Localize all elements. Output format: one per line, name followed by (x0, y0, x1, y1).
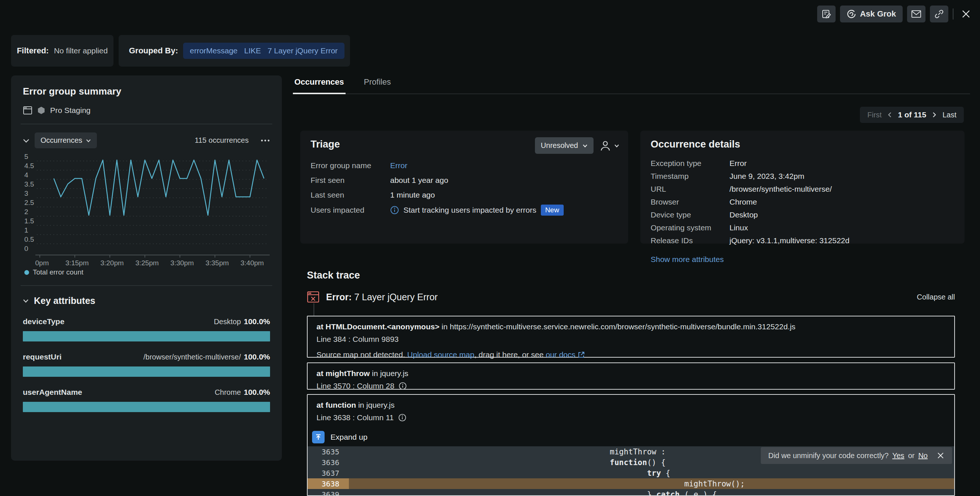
email-button[interactable] (907, 6, 926, 22)
row-value: June 9, 2023, 3:42pm (729, 172, 804, 181)
users-impacted-text[interactable]: Start tracking users impacted by errors (403, 206, 536, 214)
our-docs-link[interactable]: our docs (546, 350, 576, 359)
error-group-name-link[interactable]: Error (390, 161, 407, 170)
chart-legend[interactable]: Total error count (23, 268, 270, 276)
occurrences-chart[interactable]: 00.511.522.533.544.550pm3:15pm3:20pm3:25… (23, 152, 270, 267)
key-attributes-title: Key attributes (34, 295, 95, 306)
frame-line-column: Line 3638 : Column 11 (317, 413, 394, 422)
pill-operator: LIKE (244, 46, 261, 55)
attribute-value: Desktop (214, 317, 240, 326)
frame-location: in https://synthetic-multiverse.service.… (439, 322, 795, 331)
more-options-icon[interactable] (261, 139, 270, 142)
detail-row: Device type Desktop (651, 210, 954, 220)
key-attribute-item: requestUri /browser/synthetic-multiverse… (23, 352, 270, 377)
attribute-bar[interactable] (23, 331, 270, 341)
toolbar-divider (953, 8, 953, 19)
code-line-highlighted: 3638 mightThrow(); (308, 479, 954, 489)
link-icon (934, 9, 944, 19)
line-number: 3635 (308, 446, 349, 457)
assignee-dropdown[interactable] (600, 140, 619, 151)
triage-row: Users impacted Start tracking users impa… (310, 204, 618, 216)
error-label: Error: (326, 292, 352, 302)
row-value: Linux (729, 223, 748, 232)
row-label: URL (651, 185, 729, 193)
stack-frame-expanded[interactable]: at function in jquery.js Line 3638 : Col… (307, 394, 955, 496)
triage-row: First seen about 1 year ago (310, 175, 618, 185)
attribute-percent: 100.0% (244, 317, 270, 326)
unminify-yes-link[interactable]: Yes (892, 452, 904, 460)
permalink-button[interactable] (930, 6, 948, 22)
attribute-percent: 100.0% (244, 352, 270, 361)
svg-text:1.5: 1.5 (24, 217, 34, 225)
source-map-note-mid: , drag it here, or see (474, 350, 546, 359)
chevron-down-icon (582, 144, 588, 147)
collapse-all-link[interactable]: Collapse all (917, 293, 955, 301)
pagination-last[interactable]: Last (942, 111, 956, 119)
attribute-bar[interactable] (23, 402, 270, 412)
tab-occurrences[interactable]: Occurrences (293, 76, 345, 94)
occurrence-details-panel: Occurrence details Exception type Error … (640, 131, 964, 244)
svg-text:3:35pm: 3:35pm (205, 259, 229, 267)
status-dropdown[interactable]: Unresolved (535, 137, 593, 154)
expand-up-button[interactable]: Expand up (308, 428, 954, 446)
svg-text:3:15pm: 3:15pm (65, 259, 88, 267)
chevron-down-icon (86, 139, 91, 143)
banner-close-icon[interactable] (937, 452, 945, 460)
svg-text:0: 0 (24, 245, 29, 252)
pill-attribute: errorMessage (190, 46, 238, 55)
pagination-first[interactable]: First (867, 111, 881, 119)
info-icon[interactable] (399, 382, 407, 390)
metric-dropdown[interactable]: Occurrences (35, 133, 97, 148)
notes-button[interactable] (817, 6, 835, 22)
collapse-chevron-icon (23, 299, 29, 303)
attribute-bar[interactable] (23, 366, 270, 377)
attribute-value: Chrome (215, 388, 241, 397)
close-icon (961, 9, 971, 19)
row-label: Browser (651, 198, 729, 206)
grouped-by-card: Grouped By: errorMessage LIKE 7 Layer jQ… (119, 35, 350, 67)
code-snippet: 3635 mightThrow : 3636 function() { 3637 (308, 446, 954, 496)
svg-text:3.5: 3.5 (24, 180, 34, 188)
tab-profiles[interactable]: Profiles (363, 76, 392, 93)
info-icon[interactable] (398, 414, 406, 422)
browser-error-icon (307, 291, 320, 303)
stack-error-header[interactable]: Error: 7 Layer jQuery Error Collapse all (307, 291, 955, 303)
frame-line-column: Line 384 : Column 9893 (317, 335, 399, 344)
filtered-value: No filter applied (54, 46, 108, 55)
chevron-left-icon[interactable] (888, 112, 892, 118)
group-filter-pill[interactable]: errorMessage LIKE 7 Layer jQuery Error (183, 43, 344, 59)
svg-text:2.5: 2.5 (24, 199, 34, 206)
upload-source-map-link[interactable]: Upload source map (407, 350, 474, 359)
close-button[interactable] (958, 6, 974, 22)
key-attributes-header[interactable]: Key attributes (23, 295, 270, 306)
ask-grok-button[interactable]: Ask Grok (840, 6, 903, 22)
unminify-no-link[interactable]: No (918, 452, 928, 460)
chevron-right-icon[interactable] (932, 112, 937, 118)
legend-dot-icon (24, 270, 29, 275)
row-value: Chrome (729, 198, 757, 206)
metric-dropdown-value: Occurrences (41, 136, 82, 144)
stack-frame[interactable]: at HTMLDocument.<anonymous> in https://s… (307, 316, 955, 358)
section-collapse-icon[interactable] (23, 138, 29, 143)
pill-value: 7 Layer jQuery Error (267, 46, 337, 55)
user-icon (600, 140, 611, 151)
detail-row: Timestamp June 9, 2023, 3:42pm (651, 171, 954, 181)
detail-row: Browser Chrome (651, 197, 954, 207)
sidebar-divider (21, 124, 272, 124)
panel-title: Error group summary (23, 86, 270, 97)
detail-row: Operating system Linux (651, 223, 954, 233)
entity-row[interactable]: Pro Staging (23, 106, 270, 115)
detail-row: URL /browser/synthetic-multiverse/ (651, 184, 954, 194)
stack-frame[interactable]: at mightThrow in jquery.js Line 3570 : C… (307, 363, 955, 390)
svg-text:0pm: 0pm (35, 259, 49, 267)
top-toolbar: Ask Grok (817, 5, 974, 23)
attribute-value: /browser/synthetic-multiverse/ (143, 353, 241, 361)
frame-location: in jquery.js (356, 401, 395, 409)
svg-text:1: 1 (24, 226, 29, 234)
metric-row: Occurrences 115 occurrences (23, 133, 270, 148)
attribute-name: userAgentName (23, 388, 82, 397)
row-label: Operating system (651, 223, 729, 232)
unminify-or: or (908, 452, 915, 460)
key-attribute-item: deviceType Desktop 100.0% (23, 317, 270, 341)
show-more-attributes-link[interactable]: Show more attributes (651, 255, 724, 264)
